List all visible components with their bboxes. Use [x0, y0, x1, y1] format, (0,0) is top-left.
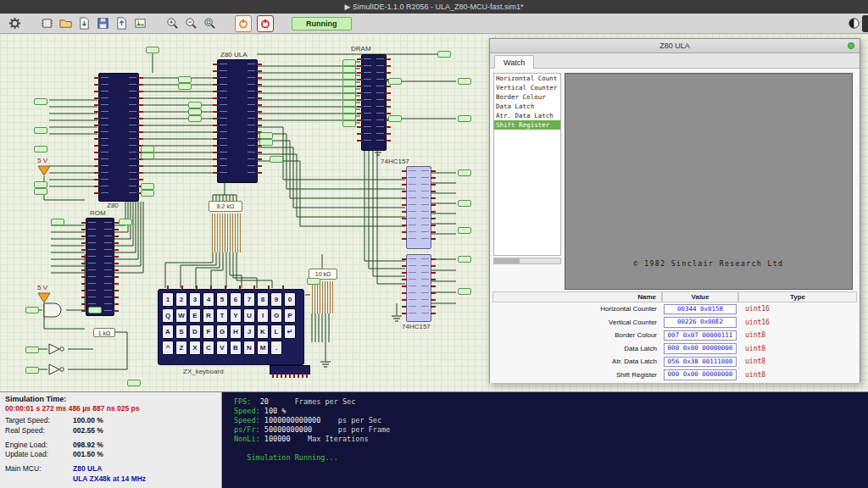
net-label[interactable] [342, 114, 356, 120]
key-5[interactable]: 5 [216, 292, 228, 307]
dram-chip[interactable] [361, 54, 387, 151]
register-value[interactable]: 000 0x00 00000000 [664, 343, 737, 354]
save-as-icon[interactable] [113, 15, 130, 32]
watch-item[interactable]: Border Colour [494, 92, 560, 102]
net-label[interactable] [342, 66, 356, 73]
key-D[interactable]: D [189, 324, 201, 339]
zoom-in-icon[interactable] [164, 15, 181, 32]
key-U[interactable]: U [243, 308, 255, 323]
net-label[interactable] [270, 156, 283, 163]
new-circuit-icon[interactable] [38, 15, 55, 32]
resistor-8k2[interactable]: 8.2 kΩ [209, 201, 242, 212]
key-X[interactable]: X [189, 341, 201, 355]
net-label[interactable] [342, 86, 356, 93]
register-value[interactable]: 00344 0x0158 [664, 304, 737, 315]
net-label[interactable] [188, 108, 202, 115]
net-label[interactable] [458, 115, 471, 122]
key-^[interactable]: ^ [162, 341, 174, 355]
key-3[interactable]: 3 [189, 292, 201, 307]
ground-icon[interactable] [391, 315, 403, 324]
key-T[interactable]: T [216, 308, 228, 323]
rom-chip[interactable] [86, 218, 114, 316]
open-file-icon[interactable] [57, 15, 74, 32]
net-label[interactable] [51, 219, 64, 225]
tab-watch[interactable]: Watch [494, 55, 534, 69]
power-indicator-icon[interactable] [848, 42, 854, 49]
net-label[interactable] [458, 78, 471, 85]
net-label[interactable] [342, 100, 356, 107]
net-label[interactable] [259, 139, 273, 146]
net-label[interactable] [25, 307, 39, 313]
key-N[interactable]: N [243, 341, 255, 355]
net-label[interactable] [437, 51, 451, 58]
net-label[interactable] [146, 47, 159, 53]
key-K[interactable]: K [257, 324, 269, 339]
key-J[interactable]: J [243, 324, 255, 339]
scrollbar-thumb[interactable] [494, 258, 520, 263]
net-label[interactable] [25, 347, 39, 353]
net-label[interactable] [141, 152, 154, 159]
and-gate-icon[interactable] [42, 302, 66, 319]
key-2[interactable]: 2 [175, 292, 187, 307]
hc157-bottom-chip[interactable] [406, 254, 431, 322]
resistor-network-2[interactable] [310, 281, 334, 313]
vsource-1-icon[interactable] [37, 165, 51, 176]
net-label[interactable] [88, 307, 102, 313]
net-label[interactable] [458, 256, 471, 263]
settings-gear-icon[interactable] [6, 15, 23, 32]
key-6[interactable]: 6 [230, 292, 242, 307]
net-label[interactable] [307, 278, 320, 285]
net-label[interactable] [388, 78, 402, 85]
contrast-toggle-icon[interactable] [845, 15, 862, 32]
panel-edge-handle[interactable] [862, 15, 868, 32]
watch-register-list[interactable]: Horizontal CountVertical CounterBorder C… [493, 73, 561, 256]
net-label[interactable] [342, 120, 356, 127]
key-Y[interactable]: Y [230, 308, 242, 323]
key-P[interactable]: P [284, 308, 296, 323]
key-F[interactable]: F [203, 324, 214, 339]
inverter-gate-icon[interactable] [47, 342, 68, 356]
resistor-network-1[interactable] [210, 214, 241, 252]
key-H[interactable]: H [230, 324, 242, 339]
net-label[interactable] [458, 169, 471, 176]
key-7[interactable]: 7 [243, 292, 255, 307]
net-label[interactable] [178, 76, 192, 83]
net-label[interactable] [342, 80, 356, 86]
key-0[interactable]: 0 [284, 292, 296, 307]
net-label[interactable] [34, 146, 47, 152]
save-file-icon[interactable] [94, 15, 111, 32]
export-image-icon[interactable] [131, 15, 148, 32]
net-label[interactable] [342, 73, 356, 80]
key-Q[interactable]: Q [162, 308, 174, 323]
power-off-button[interactable] [257, 15, 274, 32]
net-label[interactable] [141, 190, 154, 197]
zoom-out-icon[interactable] [182, 15, 199, 32]
net-label[interactable] [34, 98, 47, 105]
power-on-button[interactable] [235, 15, 252, 32]
net-label[interactable] [25, 367, 39, 374]
register-value[interactable]: 056 0x38 00111000 [664, 357, 737, 368]
hc157-top-chip[interactable] [406, 166, 431, 249]
key-W[interactable]: W [175, 308, 187, 323]
net-label[interactable] [458, 288, 471, 295]
net-label[interactable] [259, 132, 273, 139]
key-4[interactable]: 4 [203, 292, 214, 307]
import-icon[interactable] [75, 15, 92, 32]
z80-ula-chip[interactable] [217, 59, 258, 183]
keyboard-connector[interactable] [270, 365, 310, 374]
net-label[interactable] [342, 107, 356, 114]
net-label[interactable] [388, 115, 402, 122]
zx-keyboard[interactable]: 1234567890QWERTYUIOPASDFGHJKL↵^ZXCVBNM. [158, 289, 304, 365]
watch-item[interactable]: Atr. Data Latch [494, 111, 560, 120]
net-label[interactable] [141, 146, 154, 152]
ground-icon[interactable] [320, 361, 331, 369]
watch-item[interactable]: Horizontal Count [494, 74, 560, 83]
resistor-1k[interactable]: 1 kΩ [93, 328, 115, 337]
inverter-gate-icon[interactable] [47, 363, 68, 376]
net-label[interactable] [188, 102, 202, 108]
watch-item[interactable]: Shift Register [494, 120, 560, 130]
net-label[interactable] [34, 188, 47, 195]
watch-item[interactable]: Vertical Counter [494, 83, 560, 92]
register-value[interactable]: 007 0x07 00000111 [664, 330, 737, 341]
net-label[interactable] [119, 219, 132, 225]
